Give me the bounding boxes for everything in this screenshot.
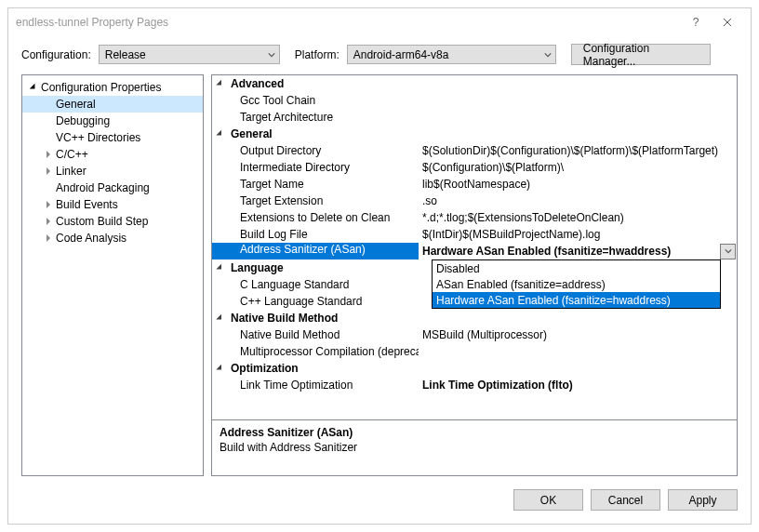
help-icon[interactable]: ?: [680, 11, 712, 33]
tree-item[interactable]: VC++ Directories: [22, 129, 203, 146]
property-row[interactable]: Native Build MethodMSBuild (Multiprocess…: [212, 326, 737, 343]
property-value[interactable]: .so: [419, 194, 737, 207]
tree-pane[interactable]: Configuration Properties GeneralDebuggin…: [21, 74, 204, 476]
close-icon[interactable]: [712, 11, 743, 33]
tree-item[interactable]: Code Analysis: [22, 230, 203, 246]
property-name: Native Build Method: [212, 328, 419, 341]
property-value[interactable]: $(IntDir)$(MSBuildProjectName).log: [419, 228, 737, 241]
expand-icon[interactable]: [43, 234, 54, 242]
cancel-label: Cancel: [608, 494, 643, 507]
category-header[interactable]: General: [212, 126, 737, 142]
collapse-icon[interactable]: [212, 130, 231, 138]
description-panel: Address Sanitizer (ASan) Build with Addr…: [212, 419, 737, 475]
property-name: Output Directory: [212, 144, 419, 157]
chevron-down-icon: [544, 48, 552, 61]
property-value[interactable]: Link Time Optimization (flto): [419, 379, 737, 392]
property-name: Address Sanitizer (ASan): [212, 243, 419, 259]
property-row[interactable]: Target Extension.so: [212, 193, 737, 209]
property-name: C++ Language Standard: [212, 295, 419, 308]
category-label: Optimization: [231, 362, 299, 375]
tree-item-label: Linker: [54, 165, 87, 178]
tree-item[interactable]: Debugging: [22, 113, 203, 129]
property-row[interactable]: Target Architecture: [212, 109, 737, 126]
property-value-text: Link Time Optimization (flto): [422, 379, 573, 392]
expand-icon[interactable]: [43, 167, 54, 175]
tree-item[interactable]: General: [22, 96, 203, 113]
property-row[interactable]: Link Time OptimizationLink Time Optimiza…: [212, 377, 737, 393]
dropdown-option[interactable]: ASan Enabled (fsanitize=address): [433, 276, 720, 292]
configuration-value: Release: [105, 48, 146, 61]
configuration-label: Configuration:: [21, 48, 91, 61]
category-label: Advanced: [231, 77, 284, 90]
collapse-icon[interactable]: [212, 314, 231, 322]
property-value-text: $(SolutionDir)$(Configuration)\$(Platfor…: [422, 144, 718, 157]
property-value-text: Hardware ASan Enabled (fsanitize=hwaddre…: [422, 245, 720, 258]
dropdown-option[interactable]: Hardware ASan Enabled (fsanitize=hwaddre…: [433, 292, 720, 308]
tree-item-label: Code Analysis: [54, 232, 126, 245]
property-value[interactable]: *.d;*.tlog;$(ExtensionsToDeleteOnClean): [419, 211, 737, 224]
category-label: Language: [231, 261, 284, 274]
property-name: Gcc Tool Chain: [212, 94, 419, 107]
tree-item[interactable]: Android Packaging: [22, 180, 203, 196]
property-pane: AdvancedGcc Tool ChainTarget Architectur…: [211, 74, 738, 476]
platform-combo[interactable]: Android-arm64-v8a: [347, 45, 556, 64]
property-value-text: *.d;*.tlog;$(ExtensionsToDeleteOnClean): [422, 211, 624, 224]
category-label: Native Build Method: [231, 312, 338, 325]
property-row[interactable]: Multiprocessor Compilation (deprecated): [212, 343, 737, 360]
apply-button[interactable]: Apply: [668, 489, 738, 511]
dropdown-button[interactable]: [720, 244, 736, 259]
property-value[interactable]: $(SolutionDir)$(Configuration)\$(Platfor…: [419, 144, 737, 157]
collapse-icon[interactable]: [28, 84, 39, 91]
asan-dropdown[interactable]: DisabledASan Enabled (fsanitize=address)…: [432, 259, 721, 309]
property-value-text: MSBuild (Multiprocessor): [422, 328, 547, 341]
expand-icon[interactable]: [43, 201, 54, 208]
property-row[interactable]: Gcc Tool Chain: [212, 92, 737, 109]
property-row[interactable]: Output Directory$(SolutionDir)$(Configur…: [212, 142, 737, 159]
property-row[interactable]: Build Log File$(IntDir)$(MSBuildProjectN…: [212, 226, 737, 243]
property-name: C Language Standard: [212, 278, 419, 291]
expand-icon[interactable]: [43, 218, 54, 225]
category-header[interactable]: Advanced: [212, 75, 737, 92]
category-header[interactable]: Optimization: [212, 360, 737, 377]
property-value[interactable]: $(Configuration)\$(Platform)\: [419, 161, 737, 174]
category-header[interactable]: Native Build Method: [212, 310, 737, 326]
property-value[interactable]: lib$(RootNamespace): [419, 178, 737, 191]
tree-item[interactable]: Build Events: [22, 196, 203, 213]
button-row: OK Cancel Apply: [8, 476, 751, 524]
property-value[interactable]: Hardware ASan Enabled (fsanitize=hwaddre…: [419, 243, 737, 259]
property-value[interactable]: MSBuild (Multiprocessor): [419, 328, 737, 341]
tree-root[interactable]: Configuration Properties: [22, 79, 203, 96]
property-name: Build Log File: [212, 228, 419, 241]
collapse-icon[interactable]: [212, 264, 231, 272]
cancel-button[interactable]: Cancel: [591, 489, 660, 511]
platform-value: Android-arm64-v8a: [353, 48, 449, 61]
description-body: Build with Address Sanitizer: [220, 441, 729, 454]
property-name: Target Architecture: [212, 111, 419, 124]
tree-item-label: Debugging: [54, 114, 110, 127]
property-grid[interactable]: AdvancedGcc Tool ChainTarget Architectur…: [212, 75, 737, 419]
property-row[interactable]: Intermediate Directory$(Configuration)\$…: [212, 159, 737, 176]
property-value-text: $(Configuration)\$(Platform)\: [422, 161, 564, 174]
ok-button[interactable]: OK: [513, 489, 583, 511]
tree-item[interactable]: C/C++: [22, 146, 203, 163]
tree-item[interactable]: Custom Build Step: [22, 213, 203, 230]
property-row[interactable]: Target Namelib$(RootNamespace): [212, 176, 737, 193]
tree-item-label: Build Events: [54, 198, 118, 211]
window-title: endless-tunnel Property Pages: [16, 16, 680, 29]
configuration-combo[interactable]: Release: [99, 45, 280, 64]
collapse-icon[interactable]: [212, 365, 231, 372]
dialog-window: endless-tunnel Property Pages ? Configur…: [7, 7, 752, 525]
platform-label: Platform:: [295, 48, 340, 61]
collapse-icon[interactable]: [212, 80, 231, 87]
chevron-down-icon: [268, 48, 275, 61]
tree-root-label: Configuration Properties: [39, 81, 161, 94]
tree-item[interactable]: Linker: [22, 163, 203, 180]
property-name: Target Extension: [212, 194, 419, 207]
property-value-text: .so: [422, 194, 437, 207]
expand-icon[interactable]: [43, 151, 54, 158]
apply-label: Apply: [688, 494, 716, 507]
dropdown-option[interactable]: Disabled: [433, 260, 720, 276]
property-row[interactable]: Extensions to Delete on Clean*.d;*.tlog;…: [212, 209, 737, 226]
property-row[interactable]: Address Sanitizer (ASan)Hardware ASan En…: [212, 243, 737, 259]
configuration-manager-button[interactable]: Configuration Manager...: [571, 44, 711, 65]
